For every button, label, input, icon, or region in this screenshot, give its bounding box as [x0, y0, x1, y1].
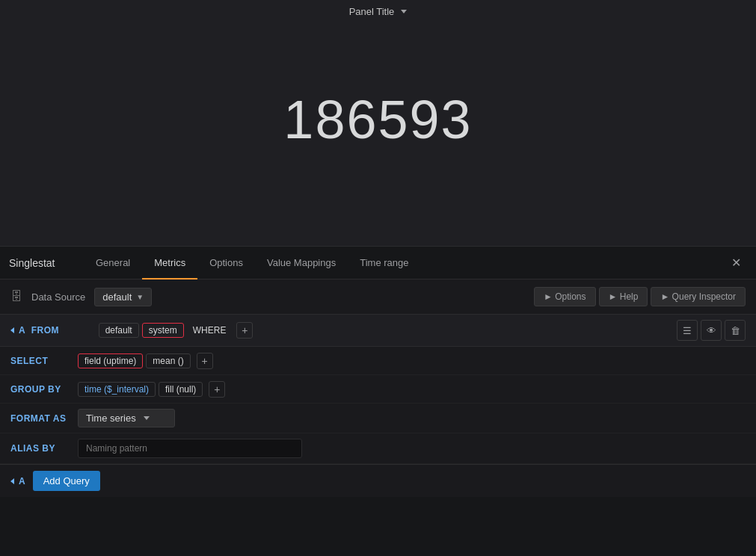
datasource-value: default	[102, 291, 132, 303]
help-button[interactable]: ► Help	[599, 287, 648, 306]
from-where-tag: WHERE	[187, 324, 233, 337]
tab-value-mappings[interactable]: Value Mappings	[255, 247, 348, 279]
select-label: SELECT	[10, 356, 78, 366]
help-button-label: ► Help	[609, 291, 639, 302]
add-query-label: Add Query	[43, 475, 90, 486]
tab-metrics[interactable]: Metrics	[142, 247, 197, 279]
tab-bar: Singlestat General Metrics Options Value…	[0, 247, 756, 279]
from-system-tag[interactable]: system	[142, 323, 184, 338]
database-icon: 🗄	[10, 290, 22, 303]
add-query-button[interactable]: Add Query	[33, 471, 100, 491]
select-field-tag[interactable]: field (uptime)	[78, 353, 143, 368]
query-visibility-button[interactable]: 👁	[701, 320, 722, 341]
select-row: SELECT field (uptime) mean () +	[0, 347, 756, 375]
query-delete-button[interactable]: 🗑	[725, 320, 746, 341]
query-inspector-button[interactable]: ► Query Inspector	[651, 287, 746, 306]
group-by-row: GROUP BY time ($_interval) fill (null) +	[0, 375, 756, 404]
query-builder: A FROM default system WHERE + ☰ 👁 🗑 SELE…	[0, 315, 756, 464]
format-as-row: FORMAT AS Time series	[0, 404, 756, 433]
group-by-time-tag[interactable]: time ($_interval)	[78, 382, 156, 397]
bottom-toggle-arrow-icon	[10, 478, 14, 484]
tab-general[interactable]: General	[84, 247, 142, 279]
datasource-select[interactable]: default ▼	[94, 288, 152, 306]
group-by-label: GROUP BY	[10, 384, 78, 395]
panel-value: 186593	[283, 89, 472, 150]
bottom-toggle[interactable]: A	[10, 476, 25, 486]
select-add-button[interactable]: +	[197, 353, 213, 369]
alias-by-label: ALIAS BY	[10, 443, 78, 454]
select-mean-tag[interactable]: mean ()	[146, 353, 190, 368]
datasource-actions: ► Options ► Help ► Query Inspector	[534, 287, 746, 306]
datasource-label: Data Source	[31, 291, 85, 303]
close-panel-button[interactable]: ✕	[725, 256, 747, 270]
query-inspector-label: ► Query Inspector	[660, 291, 736, 302]
from-default-tag[interactable]: default	[99, 323, 139, 338]
alias-by-row: ALIAS BY	[0, 433, 756, 464]
format-as-chevron-icon	[144, 416, 150, 420]
from-row: A FROM default system WHERE + ☰ 👁 🗑	[0, 315, 756, 347]
format-as-label: FORMAT AS	[10, 413, 78, 424]
panel-title-chevron-icon	[401, 10, 407, 13]
options-button-label: ► Options	[544, 291, 586, 302]
tab-time-range[interactable]: Time range	[348, 247, 420, 279]
query-letter: A	[19, 325, 25, 336]
query-toggle[interactable]: A	[10, 325, 25, 336]
options-button[interactable]: ► Options	[534, 287, 596, 306]
alias-by-input[interactable]	[78, 439, 302, 458]
panel-type-label: Singlestat	[9, 257, 69, 269]
format-as-select[interactable]: Time series	[78, 409, 175, 427]
query-menu-button[interactable]: ☰	[677, 320, 698, 341]
datasource-select-arrow-icon: ▼	[136, 293, 144, 301]
editor-area: Singlestat General Metrics Options Value…	[0, 247, 756, 497]
from-row-actions: ☰ 👁 🗑	[677, 320, 746, 341]
toggle-arrow-icon	[10, 327, 14, 333]
panel-title-button[interactable]: Panel Title	[349, 6, 408, 17]
panel-area: Panel Title 186593	[0, 0, 756, 247]
datasource-row: 🗄 Data Source default ▼ ► Options ► Help…	[0, 279, 756, 315]
from-add-button[interactable]: +	[236, 322, 253, 339]
panel-title-text: Panel Title	[349, 6, 395, 17]
group-by-fill-tag[interactable]: fill (null)	[159, 382, 203, 397]
bottom-bar: A Add Query	[0, 464, 756, 497]
format-as-value: Time series	[86, 413, 136, 424]
from-label: FROM	[31, 325, 99, 336]
tab-options[interactable]: Options	[197, 247, 255, 279]
panel-title-bar: Panel Title	[0, 0, 756, 22]
group-by-add-button[interactable]: +	[209, 381, 225, 398]
